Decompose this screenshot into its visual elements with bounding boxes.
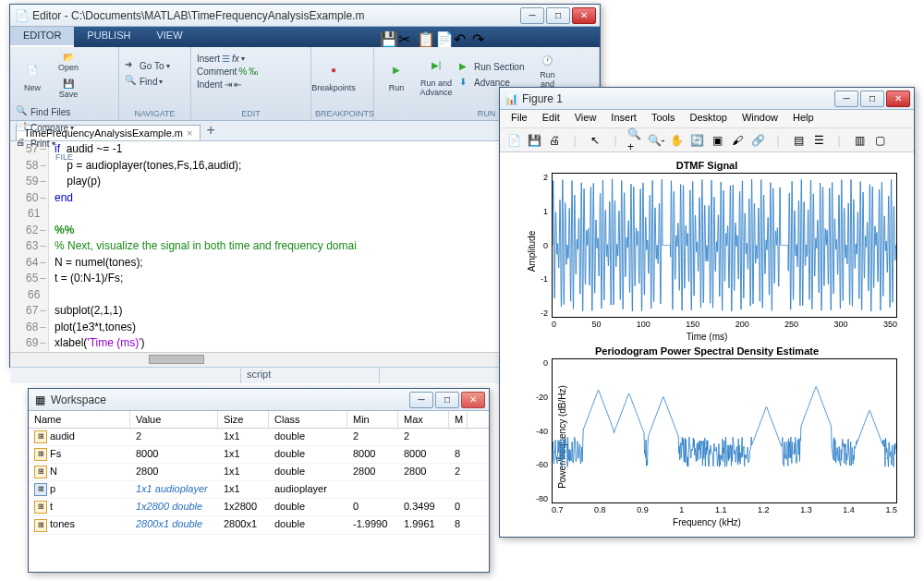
menu-desktop[interactable]: Desktop bbox=[683, 110, 735, 127]
figure-menubar: File Edit View Insert Tools Desktop Wind… bbox=[500, 110, 914, 128]
table-row[interactable]: ⊞audid 2 1x1double 22 bbox=[29, 429, 489, 446]
code-content[interactable]: if audid ~= -1 p = audioplayer(tones,Fs,… bbox=[49, 141, 357, 352]
goto-button[interactable]: ➜Go To▾ bbox=[123, 58, 187, 73]
run-advance-button[interactable]: ▶|Run and Advance bbox=[418, 49, 455, 101]
edit-group-label: EDIT bbox=[195, 107, 307, 118]
new-figure-icon[interactable]: 📄 bbox=[505, 132, 522, 149]
tab-view[interactable]: VIEW bbox=[143, 27, 195, 47]
minimize-button[interactable]: ─ bbox=[409, 392, 433, 408]
maximize-button[interactable]: □ bbox=[435, 392, 459, 408]
figure-titlebar[interactable]: 📊 Figure 1 ─ □ ✕ bbox=[500, 88, 914, 110]
subplot-1: DTMF Signal Amplitude 210-1-2 0501001502… bbox=[507, 160, 906, 342]
qat-save-icon[interactable]: 💾 bbox=[380, 30, 395, 45]
status-type: script bbox=[241, 368, 380, 383]
table-row[interactable]: ⊞t 1x2800 double 1x2800double 00.34990 bbox=[29, 499, 489, 516]
workspace-title: Workspace bbox=[51, 393, 409, 406]
compare-button[interactable]: 📑Compare▾ bbox=[14, 120, 76, 135]
col-min[interactable]: Min bbox=[347, 411, 398, 428]
menu-file[interactable]: File bbox=[504, 110, 535, 127]
close-tab-icon[interactable]: × bbox=[187, 127, 192, 139]
ribbon-tabs: EDITOR PUBLISH VIEW 💾 ✂ 📋 📄 ↶ ↷ bbox=[10, 27, 600, 47]
link-icon[interactable]: 🔗 bbox=[749, 132, 766, 149]
matlab-icon: ▦ bbox=[32, 393, 47, 407]
plot2-xlabel: Frequency (kHz) bbox=[673, 517, 741, 527]
new-button[interactable]: 📄New bbox=[14, 49, 51, 101]
table-row[interactable]: ⊞tones 2800x1 double 2800x1double -1.999… bbox=[29, 516, 489, 534]
qat-undo-icon[interactable]: ↶ bbox=[454, 30, 468, 45]
col-class[interactable]: Class bbox=[269, 411, 347, 428]
figure-plots: DTMF Signal Amplitude 210-1-2 0501001502… bbox=[500, 152, 914, 535]
qat-redo-icon[interactable]: ↷ bbox=[472, 30, 487, 45]
rotate-icon[interactable]: 🔄 bbox=[688, 132, 705, 149]
save-figure-icon[interactable]: 💾 bbox=[526, 132, 542, 149]
workspace-body[interactable]: ⊞audid 2 1x1double 22⊞Fs 8000 1x1double … bbox=[29, 429, 489, 569]
menu-tools[interactable]: Tools bbox=[644, 110, 683, 127]
figure-toolbar: 📄 💾 🖨 | ↖ | 🔍+ 🔍- ✋ 🔄 ▣ 🖌 🔗 | ▤ ☰ | ▥ ▢ bbox=[500, 128, 914, 152]
plot2-title: Periodogram Power Spectral Density Estim… bbox=[507, 345, 906, 357]
col-name[interactable]: Name bbox=[29, 411, 130, 428]
menu-window[interactable]: Window bbox=[735, 110, 785, 127]
plottools-icon[interactable]: ▥ bbox=[851, 132, 868, 149]
col-max[interactable]: Max bbox=[398, 411, 449, 428]
legend-icon[interactable]: ☰ bbox=[810, 132, 827, 149]
minimize-button[interactable]: ─ bbox=[834, 91, 858, 107]
zoomout-icon[interactable]: 🔍- bbox=[648, 132, 664, 149]
plot1-xticks: 050100150200250300350 bbox=[552, 320, 897, 329]
scrollbar-thumb[interactable] bbox=[149, 355, 204, 364]
findfiles-button[interactable]: 🔍Find Files bbox=[14, 104, 76, 119]
plot2-axes[interactable] bbox=[552, 358, 897, 503]
plot1-axes[interactable] bbox=[552, 173, 897, 318]
qat-paste-icon[interactable]: 📄 bbox=[435, 30, 450, 45]
save-button[interactable]: 💾Save bbox=[54, 76, 83, 102]
menu-help[interactable]: Help bbox=[785, 110, 821, 127]
figure-icon: 📊 bbox=[504, 91, 518, 106]
minimize-button[interactable]: ─ bbox=[520, 7, 544, 24]
dock-icon[interactable]: ▢ bbox=[871, 132, 888, 149]
open-button[interactable]: 📂Open bbox=[54, 49, 83, 75]
qat-cut-icon[interactable]: ✂ bbox=[398, 30, 413, 45]
table-row[interactable]: ⊞Fs 8000 1x1double 800080008 bbox=[29, 446, 489, 464]
run-button[interactable]: ▶Run bbox=[378, 49, 415, 101]
editor-titlebar[interactable]: 📄 Editor - C:\Documents\MATLAB\TimeFrequ… bbox=[10, 5, 600, 27]
maximize-button[interactable]: □ bbox=[546, 7, 570, 24]
datacursor-icon[interactable]: ▣ bbox=[709, 132, 725, 149]
maximize-button[interactable]: □ bbox=[860, 91, 884, 107]
close-button[interactable]: ✕ bbox=[461, 392, 485, 408]
comment-button[interactable]: Comment % ‰ bbox=[195, 66, 307, 78]
indent-button[interactable]: Indent ⇥ ⇤ bbox=[195, 79, 307, 91]
colorbar-icon[interactable]: ▤ bbox=[790, 132, 807, 149]
workspace-titlebar[interactable]: ▦ Workspace ─ □ ✕ bbox=[29, 389, 489, 411]
tab-publish[interactable]: PUBLISH bbox=[74, 27, 143, 47]
add-tab-button[interactable]: + bbox=[201, 120, 220, 140]
pan-icon[interactable]: ✋ bbox=[668, 132, 685, 149]
print-button[interactable]: 🖨Print▾ bbox=[14, 136, 76, 151]
subplot-2: Periodogram Power Spectral Density Estim… bbox=[507, 345, 906, 527]
zoomin-icon[interactable]: 🔍+ bbox=[627, 132, 644, 149]
insert-button[interactable]: Insert ☰ fx ▾ bbox=[195, 53, 307, 65]
menu-view[interactable]: View bbox=[567, 110, 604, 127]
plot1-title: DTMF Signal bbox=[507, 160, 906, 171]
breakpoints-button[interactable]: ●Breakpoints bbox=[315, 49, 352, 101]
close-button[interactable]: ✕ bbox=[886, 91, 910, 107]
file-group-label: FILE bbox=[14, 151, 115, 162]
tab-editor[interactable]: EDITOR bbox=[10, 27, 74, 47]
col-m[interactable]: M bbox=[449, 411, 468, 428]
table-row[interactable]: ⊞p 1x1 audioplayer 1x1audioplayer bbox=[29, 481, 489, 499]
menu-edit[interactable]: Edit bbox=[535, 110, 567, 127]
qat-copy-icon[interactable]: 📋 bbox=[417, 30, 432, 45]
pointer-icon[interactable]: ↖ bbox=[587, 132, 603, 149]
menu-insert[interactable]: Insert bbox=[603, 110, 644, 127]
brush-icon[interactable]: 🖌 bbox=[729, 132, 746, 149]
col-size[interactable]: Size bbox=[218, 411, 269, 428]
print-icon[interactable]: 🖨 bbox=[546, 132, 563, 149]
col-value[interactable]: Value bbox=[130, 411, 218, 428]
workspace-window: ▦ Workspace ─ □ ✕ Name Value Size Class … bbox=[28, 388, 490, 573]
workspace-columns: Name Value Size Class Min Max M bbox=[29, 411, 489, 429]
figure-window: 📊 Figure 1 ─ □ ✕ File Edit View Insert T… bbox=[499, 87, 915, 538]
close-button[interactable]: ✕ bbox=[572, 7, 596, 24]
figure-title: Figure 1 bbox=[522, 92, 834, 105]
find-button[interactable]: 🔍Find▾ bbox=[123, 74, 187, 89]
runsection-button[interactable]: ▶Run Section bbox=[457, 60, 526, 75]
line-gutter: 57 –58 –59 –60 –61 62 –63 –64 –65 –66 67… bbox=[10, 141, 49, 352]
table-row[interactable]: ⊞N 2800 1x1double 280028002 bbox=[29, 464, 489, 481]
